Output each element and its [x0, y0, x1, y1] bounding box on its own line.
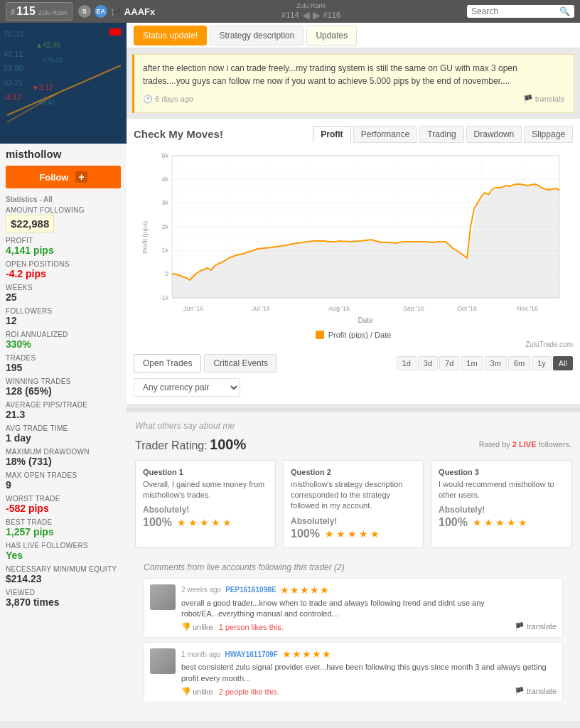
trader-rating: Trader Rating: 100% Rated by 2 LIVE foll… — [135, 437, 571, 453]
comment-user-1[interactable]: PEP16161098E — [225, 586, 276, 594]
chart-title: Check My Moves! — [134, 128, 223, 140]
avatar-img-1 — [150, 584, 176, 610]
stat-followers: FOLLOWERS 12 — [6, 307, 121, 326]
chart-legend: Profit (pips) / Date — [134, 331, 573, 339]
svg-text:76.33: 76.33 — [4, 30, 23, 38]
svg-text:5k: 5k — [161, 152, 168, 159]
unlike-button-1[interactable]: 👎 unlike — [181, 622, 213, 631]
update-time: 🕐 6 days ago — [143, 93, 193, 105]
tab-performance[interactable]: Performance — [353, 126, 418, 143]
question-1-rating: 100% ★★★★★ — [143, 516, 268, 529]
svg-text:+76.33: +76.33 — [43, 56, 63, 63]
critical-events-button[interactable]: Critical Events — [204, 354, 277, 373]
time-btn-6m[interactable]: 6m — [508, 356, 530, 370]
time-btn-1m[interactable]: 1m — [461, 356, 483, 370]
svg-text:3k: 3k — [161, 199, 168, 206]
stat-amount-following: AMOUNT FOLLOWING $22,988 — [6, 206, 121, 232]
stat-profit: PROFIT 4,141 pips — [6, 237, 121, 256]
currency-pair-select[interactable]: Any currency pair — [134, 378, 240, 397]
trader-name-header: AAAFx — [124, 6, 155, 17]
live-count-link[interactable]: 2 LIVE — [512, 440, 539, 449]
stat-trades: TRADES 195 — [6, 354, 121, 373]
avatar-img-2 — [150, 648, 176, 674]
open-trades-button[interactable]: Open Trades — [134, 354, 201, 373]
comments-section: Comments from live accounts following th… — [135, 557, 571, 713]
avatar: 76.33 ▲42.46 47.11 +76.33 23.90 33.21 ▼3… — [0, 23, 127, 144]
comment-body-1: 2 weeks ago PEP16161098E ★★★★★ overall a… — [181, 584, 557, 632]
stats-label: Statistics - All — [6, 196, 121, 203]
stat-avg-pips: AVERAGE PIPS/TRADE 21.3 — [6, 401, 121, 420]
tab-status-update[interactable]: Status update! — [134, 26, 207, 46]
chart-section: Check My Moves! Profit Performance Tradi… — [127, 119, 580, 404]
best-trade-value: 1,257 pips — [6, 526, 121, 537]
svg-text:Date: Date — [358, 316, 373, 324]
time-btn-3d[interactable]: 3d — [418, 356, 438, 370]
tab-drawdown[interactable]: Drawdown — [466, 126, 522, 143]
trader-rating-display: Trader Rating: 100% — [135, 437, 246, 453]
translate-button-2[interactable]: 🏴 translate — [515, 687, 557, 696]
comments-title: Comments from live accounts following th… — [144, 562, 563, 572]
tab-profit[interactable]: Profit — [313, 126, 350, 143]
zulu-rank-label: Zulu Rank — [296, 2, 326, 9]
comment-text-1: overall a good trader...know when to tra… — [181, 598, 557, 620]
rank-box: # 115 Zulu Rank — [6, 2, 72, 21]
max-drawdown-value: 18% (731) — [6, 456, 121, 467]
translate-link[interactable]: 🏴 translate — [523, 93, 565, 105]
question-3-answer: Absolutely! — [439, 505, 564, 515]
unlike-button-2[interactable]: 👎 unlike — [181, 687, 213, 696]
update-text: after the election now i can trade freel… — [143, 62, 565, 87]
question-1-text: Overall, I gained some money from mistho… — [143, 479, 268, 501]
tab-slippage[interactable]: Slippage — [524, 126, 573, 143]
prev-arrow[interactable]: ◀ — [302, 9, 310, 21]
next-arrow[interactable]: ▶ — [313, 9, 321, 21]
avatar-bg: 76.33 ▲42.46 47.11 +76.33 23.90 33.21 ▼3… — [0, 23, 127, 144]
follow-plus-icon: + — [75, 171, 87, 183]
trader-rating-value: 100% — [210, 437, 246, 452]
svg-text:33.21: 33.21 — [4, 78, 23, 87]
stat-winning-trades: WINNING TRADES 128 (65%) — [6, 378, 121, 397]
svg-text:0: 0 — [165, 270, 168, 277]
time-btn-1y[interactable]: 1y — [532, 356, 552, 370]
search-input[interactable] — [471, 6, 557, 16]
svg-text:Sep '16: Sep '16 — [403, 305, 424, 312]
question-3-rating: 100% ★★★★★ — [439, 516, 564, 529]
country-flag — [109, 28, 121, 36]
tab-updates[interactable]: Updates — [306, 26, 357, 46]
tab-trading[interactable]: Trading — [419, 126, 463, 143]
time-btn-all[interactable]: All — [553, 356, 573, 370]
stat-max-drawdown: MAXIMUM DRAWDOWN 18% (731) — [6, 448, 121, 467]
roi-value: 330% — [6, 338, 121, 350]
question-card-3: Question 3 I would recommend misthollow … — [431, 460, 571, 548]
currency-select-wrapper: Any currency pair — [134, 378, 573, 397]
time-btn-3m[interactable]: 3m — [485, 356, 507, 370]
flag-icon: 🏴 — [111, 7, 121, 16]
prev-rank[interactable]: #114 — [281, 11, 299, 19]
time-btn-1d[interactable]: 1d — [397, 356, 417, 370]
chart-header: Check My Moves! Profit Performance Tradi… — [134, 126, 573, 143]
question-3-label: Question 3 — [439, 468, 564, 476]
legend-label: Profit (pips) / Date — [328, 331, 392, 339]
questions-grid: Question 1 Overall, I gained some money … — [135, 460, 571, 548]
svg-text:47.11: 47.11 — [4, 50, 23, 58]
svg-text:Nov '16: Nov '16 — [517, 305, 538, 312]
svg-text:Aug '16: Aug '16 — [328, 305, 350, 312]
translate-icon-2: 🏴 — [515, 687, 525, 695]
next-rank[interactable]: #116 — [323, 11, 340, 19]
badge-s: S — [78, 5, 91, 18]
stat-worst-trade: WORST TRADE -582 pips — [6, 495, 121, 514]
update-box: after the election now i can trade freel… — [132, 54, 574, 113]
question-2-label: Question 2 — [291, 468, 416, 476]
stat-best-trade: BEST TRADE 1,257 pips — [6, 518, 121, 537]
tab-strategy-description[interactable]: Strategy description — [210, 26, 304, 46]
comment-item-2: 1 month ago HWAY1611709F ★★★★★ best cons… — [144, 642, 563, 702]
clock-icon: 🕐 — [143, 95, 153, 103]
follow-button[interactable]: Follow + — [6, 166, 121, 188]
question-1-answer: Absolutely! — [143, 505, 268, 515]
comment-user-2[interactable]: HWAY1611709F — [225, 651, 278, 658]
zulutrade-credit: ZuluTrade.com — [134, 341, 573, 348]
time-btn-7d[interactable]: 7d — [439, 356, 459, 370]
stat-avg-trade-time: AVG TRADE TIME 1 day — [6, 424, 121, 444]
winning-trades-value: 128 (65%) — [6, 385, 121, 397]
translate-button-1[interactable]: 🏴 translate — [515, 622, 557, 631]
live-followers-value: Yes — [6, 550, 121, 561]
